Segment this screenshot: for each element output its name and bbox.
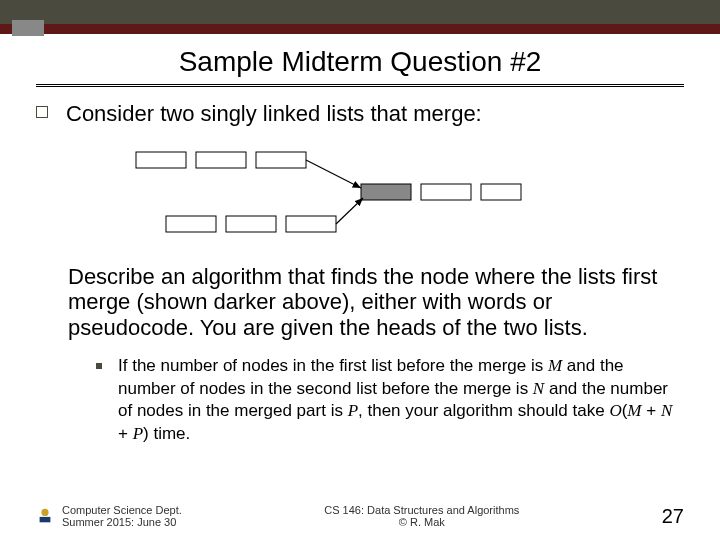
footer: Computer Science Dept. Summer 2015: June…	[36, 504, 684, 528]
svg-rect-3	[166, 216, 216, 232]
svg-rect-1	[196, 152, 246, 168]
svg-rect-12	[40, 517, 51, 522]
svg-rect-4	[226, 216, 276, 232]
svg-rect-2	[256, 152, 306, 168]
header-bar-dark	[0, 0, 720, 24]
svg-rect-6	[361, 184, 411, 200]
svg-line-9	[306, 160, 361, 188]
corner-accent	[12, 20, 44, 36]
hollow-square-bullet-icon	[36, 106, 48, 118]
var-m: M	[627, 401, 641, 420]
t: +	[118, 424, 133, 443]
solid-square-bullet-icon	[96, 363, 102, 369]
bullet-item: Consider two singly linked lists that me…	[36, 100, 684, 128]
t: time.	[149, 424, 191, 443]
t: +	[642, 401, 661, 420]
footer-course: CS 146: Data Structures and Algorithms	[182, 504, 662, 516]
page-number: 27	[662, 505, 684, 528]
t: , then your algorithm should take	[358, 401, 609, 420]
var-p: P	[133, 424, 143, 443]
complexity-text: If the number of nodes in the first list…	[118, 355, 684, 445]
var-n: N	[661, 401, 672, 420]
intro-text: Consider two singly linked lists that me…	[66, 100, 482, 128]
sjsu-logo-icon	[36, 507, 54, 525]
linked-list-diagram	[96, 144, 526, 244]
slide-content: Consider two singly linked lists that me…	[36, 100, 684, 445]
footer-center: CS 146: Data Structures and Algorithms ©…	[182, 504, 662, 528]
footer-dept-block: Computer Science Dept. Summer 2015: June…	[62, 504, 182, 528]
var-n: N	[533, 379, 544, 398]
svg-rect-7	[421, 184, 471, 200]
footer-author: © R. Mak	[182, 516, 662, 528]
footer-dept: Computer Science Dept.	[62, 504, 182, 516]
sub-bullet-item: If the number of nodes in the first list…	[96, 355, 684, 445]
title-rule	[36, 84, 684, 87]
footer-date: Summer 2015: June 30	[62, 516, 182, 528]
footer-left: Computer Science Dept. Summer 2015: June…	[36, 504, 182, 528]
slide-title: Sample Midterm Question #2	[0, 46, 720, 78]
svg-point-11	[41, 509, 48, 516]
svg-line-10	[336, 198, 363, 224]
svg-rect-0	[136, 152, 186, 168]
svg-rect-5	[286, 216, 336, 232]
svg-rect-8	[481, 184, 521, 200]
big-o: O	[609, 401, 621, 420]
t: If the number of nodes in the first list…	[118, 356, 548, 375]
header-bar-maroon	[0, 24, 720, 34]
var-p: P	[348, 401, 358, 420]
describe-text: Describe an algorithm that finds the nod…	[68, 264, 684, 342]
var-m: M	[548, 356, 562, 375]
